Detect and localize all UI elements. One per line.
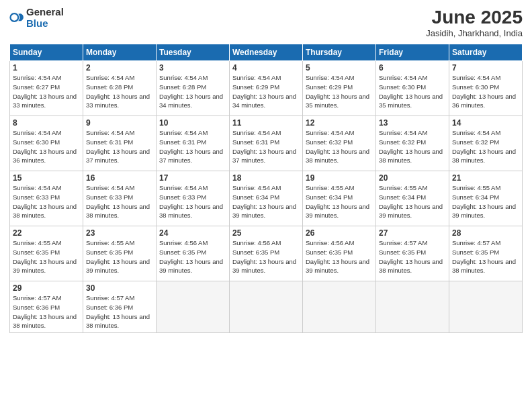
day-number: 20 xyxy=(379,173,446,183)
day-info: Sunrise: 4:54 AMSunset: 6:33 PMDaylight:… xyxy=(13,184,77,219)
day-info: Sunrise: 4:56 AMSunset: 6:35 PMDaylight:… xyxy=(306,239,369,274)
day-number: 6 xyxy=(379,63,446,73)
day-info: Sunrise: 4:55 AMSunset: 6:34 PMDaylight:… xyxy=(306,184,369,219)
day-info: Sunrise: 4:54 AMSunset: 6:32 PMDaylight:… xyxy=(306,129,369,164)
day-number: 10 xyxy=(159,118,226,128)
day-number: 3 xyxy=(159,63,226,73)
table-row: 8 Sunrise: 4:54 AMSunset: 6:30 PMDayligh… xyxy=(10,116,83,171)
table-row: 6 Sunrise: 4:54 AMSunset: 6:30 PMDayligh… xyxy=(376,61,449,116)
logo-icon xyxy=(9,10,24,25)
day-info: Sunrise: 4:54 AMSunset: 6:33 PMDaylight:… xyxy=(159,184,223,219)
logo-text: General Blue xyxy=(26,7,64,29)
svg-point-0 xyxy=(10,13,18,21)
table-row xyxy=(449,281,523,333)
table-row: 30 Sunrise: 4:57 AMSunset: 6:36 PMDaylig… xyxy=(83,281,157,333)
day-number: 2 xyxy=(86,63,153,73)
table-row: 21 Sunrise: 4:55 AMSunset: 6:34 PMDaylig… xyxy=(449,171,523,226)
logo: General Blue xyxy=(9,7,64,29)
day-number: 30 xyxy=(86,283,153,293)
table-row: 22 Sunrise: 4:55 AMSunset: 6:35 PMDaylig… xyxy=(10,226,83,281)
table-row: 17 Sunrise: 4:54 AMSunset: 6:33 PMDaylig… xyxy=(157,171,230,226)
day-number: 18 xyxy=(232,173,300,183)
table-row: 11 Sunrise: 4:54 AMSunset: 6:31 PMDaylig… xyxy=(230,116,303,171)
header-wednesday: Wednesday xyxy=(230,44,303,61)
table-row xyxy=(376,281,449,333)
day-info: Sunrise: 4:55 AMSunset: 6:35 PMDaylight:… xyxy=(13,239,77,274)
table-row xyxy=(157,281,230,333)
header-friday: Friday xyxy=(376,44,449,61)
day-number: 9 xyxy=(86,118,153,128)
table-row: 2 Sunrise: 4:54 AMSunset: 6:28 PMDayligh… xyxy=(83,61,157,116)
table-row: 25 Sunrise: 4:56 AMSunset: 6:35 PMDaylig… xyxy=(230,226,303,281)
title-block: June 2025 Jasidih, Jharkhand, India xyxy=(426,7,523,38)
day-number: 5 xyxy=(306,63,373,73)
day-info: Sunrise: 4:54 AMSunset: 6:30 PMDaylight:… xyxy=(452,74,516,109)
table-row: 9 Sunrise: 4:54 AMSunset: 6:31 PMDayligh… xyxy=(83,116,157,171)
month-title: June 2025 xyxy=(426,7,523,28)
table-row: 28 Sunrise: 4:57 AMSunset: 6:35 PMDaylig… xyxy=(449,226,523,281)
table-row xyxy=(230,281,303,333)
day-number: 28 xyxy=(452,228,519,238)
day-info: Sunrise: 4:54 AMSunset: 6:30 PMDaylight:… xyxy=(379,74,443,109)
day-number: 23 xyxy=(86,228,153,238)
table-row: 29 Sunrise: 4:57 AMSunset: 6:36 PMDaylig… xyxy=(10,281,83,333)
header-tuesday: Tuesday xyxy=(157,44,230,61)
day-number: 16 xyxy=(86,173,153,183)
calendar-header-row: Sunday Monday Tuesday Wednesday Thursday… xyxy=(10,44,523,61)
day-number: 14 xyxy=(452,118,519,128)
table-row: 26 Sunrise: 4:56 AMSunset: 6:35 PMDaylig… xyxy=(303,226,376,281)
table-row: 23 Sunrise: 4:55 AMSunset: 6:35 PMDaylig… xyxy=(83,226,157,281)
location: Jasidih, Jharkhand, India xyxy=(426,28,523,38)
day-info: Sunrise: 4:54 AMSunset: 6:27 PMDaylight:… xyxy=(13,74,77,109)
logo-blue: Blue xyxy=(26,18,64,30)
table-row: 20 Sunrise: 4:55 AMSunset: 6:34 PMDaylig… xyxy=(376,171,449,226)
table-row: 5 Sunrise: 4:54 AMSunset: 6:29 PMDayligh… xyxy=(303,61,376,116)
table-row: 12 Sunrise: 4:54 AMSunset: 6:32 PMDaylig… xyxy=(303,116,376,171)
day-info: Sunrise: 4:57 AMSunset: 6:35 PMDaylight:… xyxy=(452,239,516,274)
day-info: Sunrise: 4:54 AMSunset: 6:33 PMDaylight:… xyxy=(86,184,150,219)
day-info: Sunrise: 4:55 AMSunset: 6:34 PMDaylight:… xyxy=(379,184,443,219)
day-info: Sunrise: 4:54 AMSunset: 6:28 PMDaylight:… xyxy=(159,74,223,109)
day-info: Sunrise: 4:54 AMSunset: 6:31 PMDaylight:… xyxy=(86,129,150,164)
day-info: Sunrise: 4:54 AMSunset: 6:32 PMDaylight:… xyxy=(452,129,516,164)
header-saturday: Saturday xyxy=(449,44,523,61)
table-row: 24 Sunrise: 4:56 AMSunset: 6:35 PMDaylig… xyxy=(157,226,230,281)
day-number: 15 xyxy=(13,173,80,183)
calendar-table: Sunday Monday Tuesday Wednesday Thursday… xyxy=(9,44,523,333)
table-row: 3 Sunrise: 4:54 AMSunset: 6:28 PMDayligh… xyxy=(157,61,230,116)
table-row: 4 Sunrise: 4:54 AMSunset: 6:29 PMDayligh… xyxy=(230,61,303,116)
table-row: 16 Sunrise: 4:54 AMSunset: 6:33 PMDaylig… xyxy=(83,171,157,226)
day-number: 4 xyxy=(232,63,300,73)
table-row: 18 Sunrise: 4:54 AMSunset: 6:34 PMDaylig… xyxy=(230,171,303,226)
header-thursday: Thursday xyxy=(303,44,376,61)
day-number: 19 xyxy=(306,173,373,183)
day-number: 12 xyxy=(306,118,373,128)
day-number: 27 xyxy=(379,228,446,238)
page-header: General Blue June 2025 Jasidih, Jharkhan… xyxy=(9,7,523,38)
table-row: 19 Sunrise: 4:55 AMSunset: 6:34 PMDaylig… xyxy=(303,171,376,226)
day-info: Sunrise: 4:54 AMSunset: 6:28 PMDaylight:… xyxy=(86,74,150,109)
day-number: 1 xyxy=(13,63,80,73)
day-number: 29 xyxy=(13,283,80,293)
table-row: 1 Sunrise: 4:54 AMSunset: 6:27 PMDayligh… xyxy=(10,61,83,116)
calendar-page: General Blue June 2025 Jasidih, Jharkhan… xyxy=(0,0,532,411)
day-info: Sunrise: 4:57 AMSunset: 6:35 PMDaylight:… xyxy=(379,239,443,274)
table-row: 7 Sunrise: 4:54 AMSunset: 6:30 PMDayligh… xyxy=(449,61,523,116)
day-info: Sunrise: 4:54 AMSunset: 6:30 PMDaylight:… xyxy=(13,129,77,164)
day-info: Sunrise: 4:54 AMSunset: 6:29 PMDaylight:… xyxy=(232,74,296,109)
day-number: 24 xyxy=(159,228,226,238)
day-number: 21 xyxy=(452,173,519,183)
table-row: 14 Sunrise: 4:54 AMSunset: 6:32 PMDaylig… xyxy=(449,116,523,171)
day-number: 7 xyxy=(452,63,519,73)
day-info: Sunrise: 4:57 AMSunset: 6:36 PMDaylight:… xyxy=(13,294,77,329)
day-number: 11 xyxy=(232,118,300,128)
day-info: Sunrise: 4:54 AMSunset: 6:32 PMDaylight:… xyxy=(379,129,443,164)
day-info: Sunrise: 4:54 AMSunset: 6:31 PMDaylight:… xyxy=(159,129,223,164)
day-info: Sunrise: 4:54 AMSunset: 6:29 PMDaylight:… xyxy=(306,74,369,109)
header-sunday: Sunday xyxy=(10,44,83,61)
table-row: 10 Sunrise: 4:54 AMSunset: 6:31 PMDaylig… xyxy=(157,116,230,171)
day-number: 26 xyxy=(306,228,373,238)
day-info: Sunrise: 4:56 AMSunset: 6:35 PMDaylight:… xyxy=(232,239,296,274)
table-row: 13 Sunrise: 4:54 AMSunset: 6:32 PMDaylig… xyxy=(376,116,449,171)
day-info: Sunrise: 4:56 AMSunset: 6:35 PMDaylight:… xyxy=(159,239,223,274)
